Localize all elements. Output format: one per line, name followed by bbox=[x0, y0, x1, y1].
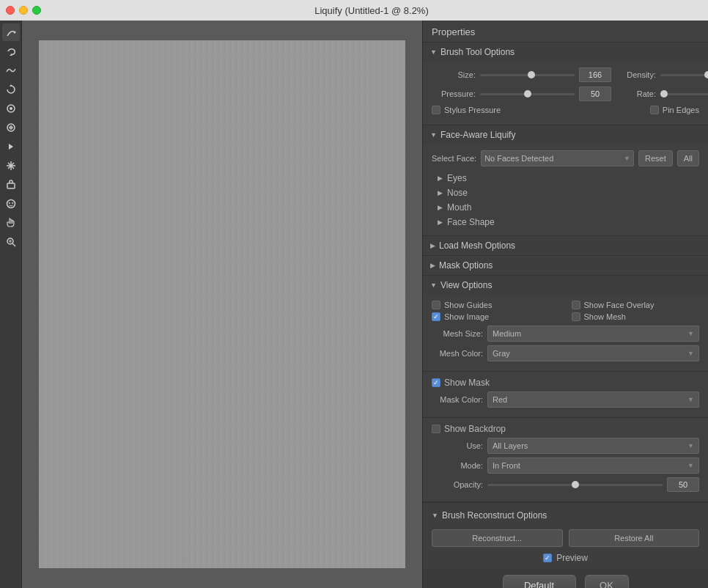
mask-color-dropdown[interactable]: Red ▼ bbox=[487, 392, 699, 408]
show-mesh-label: Show Mesh bbox=[584, 312, 626, 321]
face-shape-item[interactable]: ▶ Face Shape bbox=[432, 215, 699, 229]
show-mask-checkbox[interactable] bbox=[432, 378, 440, 387]
reset-button[interactable]: Reset bbox=[638, 150, 673, 166]
mesh-color-value: Gray bbox=[493, 349, 510, 358]
show-mask-body: Show Mask Mask Color: Red ▼ bbox=[423, 372, 708, 417]
bloat-tool[interactable] bbox=[2, 119, 20, 136]
view-options-header[interactable]: ▼ View Options bbox=[423, 276, 708, 295]
show-image-checkbox[interactable] bbox=[432, 312, 440, 321]
svg-point-16 bbox=[12, 202, 13, 204]
face-aware-header[interactable]: ▼ Face-Aware Liquify bbox=[423, 125, 708, 144]
pressure-slider[interactable] bbox=[480, 93, 575, 95]
size-input[interactable]: 166 bbox=[579, 67, 611, 82]
backdrop-use-row: Use: All Layers ▼ bbox=[432, 438, 699, 454]
backdrop-mode-row: Mode: In Front ▼ bbox=[432, 457, 699, 474]
panel-header: Properties bbox=[423, 21, 708, 43]
pressure-input[interactable]: 50 bbox=[579, 87, 611, 101]
canvas-area[interactable] bbox=[22, 21, 422, 588]
backdrop-mode-dropdown[interactable]: In Front ▼ bbox=[487, 457, 699, 474]
brush-tool-options-header[interactable]: ▼ Brush Tool Options bbox=[423, 43, 708, 62]
backdrop-opacity-label: Opacity: bbox=[432, 480, 483, 489]
view-checkboxes-grid: Show Guides Show Face Overlay Show Image… bbox=[432, 301, 699, 321]
right-panel: Properties ▼ Brush Tool Options Size: 16… bbox=[422, 21, 708, 588]
mesh-size-row: Mesh Size: Medium ▼ bbox=[432, 326, 699, 342]
nose-item[interactable]: ▶ Nose bbox=[432, 185, 699, 200]
rate-label: Rate: bbox=[616, 89, 656, 98]
face-aware-body: Select Face: No Faces Detected ▼ Reset A… bbox=[423, 144, 708, 235]
svg-point-14 bbox=[7, 200, 15, 208]
backdrop-opacity-row: Opacity: 50 bbox=[432, 477, 699, 492]
mask-color-value: Red bbox=[493, 395, 507, 404]
mask-options-chevron: ▶ bbox=[430, 262, 435, 269]
mesh-color-arrow: ▼ bbox=[687, 350, 694, 357]
show-guides-checkbox[interactable] bbox=[432, 301, 440, 309]
preview-label: Preview bbox=[556, 553, 588, 563]
zoom-tool[interactable] bbox=[2, 233, 20, 251]
size-slider[interactable] bbox=[480, 74, 575, 76]
show-mesh-checkbox[interactable] bbox=[572, 312, 580, 321]
brush-tool-options-label: Brush Tool Options bbox=[440, 47, 515, 57]
eyes-item[interactable]: ▶ Eyes bbox=[432, 171, 699, 185]
backdrop-opacity-input[interactable]: 50 bbox=[667, 477, 699, 492]
twirl-clockwise-tool[interactable] bbox=[2, 81, 20, 98]
face-tool[interactable] bbox=[2, 195, 20, 213]
backdrop-use-value: All Layers bbox=[493, 441, 528, 450]
mask-color-label: Mask Color: bbox=[432, 395, 483, 404]
backdrop-opacity-slider[interactable] bbox=[487, 484, 663, 486]
pressure-rate-row: Pressure: 50 Rate: 0 bbox=[432, 87, 699, 101]
pin-edges-checkbox[interactable] bbox=[650, 106, 659, 114]
close-button[interactable] bbox=[6, 6, 15, 15]
default-button[interactable]: Default bbox=[503, 575, 576, 588]
hand-tool[interactable] bbox=[2, 214, 20, 232]
canvas-texture bbox=[39, 40, 405, 568]
mouth-item[interactable]: ▶ Mouth bbox=[432, 200, 699, 215]
stylus-pressure-checkbox[interactable] bbox=[432, 106, 440, 114]
reconstruct-button[interactable]: Reconstruct... bbox=[432, 529, 563, 547]
mouth-label: Mouth bbox=[447, 202, 471, 213]
pin-edges-label: Pin Edges bbox=[663, 106, 699, 114]
ok-button[interactable]: OK bbox=[585, 575, 629, 588]
density-slider[interactable] bbox=[660, 74, 708, 76]
canvas-content bbox=[39, 40, 405, 568]
smooth-tool[interactable] bbox=[2, 62, 20, 79]
select-face-dropdown[interactable]: No Faces Detected ▼ bbox=[481, 150, 634, 166]
show-mask-section: Show Mask Mask Color: Red ▼ bbox=[423, 372, 708, 418]
show-face-overlay-row: Show Face Overlay bbox=[572, 301, 700, 309]
load-mesh-header[interactable]: ▶ Load Mesh Options bbox=[423, 236, 708, 256]
backdrop-use-dropdown[interactable]: All Layers ▼ bbox=[487, 438, 699, 454]
mesh-size-dropdown[interactable]: Medium ▼ bbox=[487, 326, 699, 342]
show-backdrop-checkbox[interactable] bbox=[432, 425, 440, 433]
thaw-mask-tool[interactable] bbox=[2, 176, 20, 194]
pressure-slider-container bbox=[480, 93, 575, 95]
brush-reconstruct-header[interactable]: ▼ Brush Reconstruct Options bbox=[432, 509, 699, 523]
show-face-overlay-checkbox[interactable] bbox=[572, 301, 580, 309]
forward-warp-tool[interactable] bbox=[2, 23, 20, 41]
show-face-overlay-label: Show Face Overlay bbox=[584, 301, 654, 309]
mesh-color-dropdown[interactable]: Gray ▼ bbox=[487, 345, 699, 361]
push-left-tool[interactable] bbox=[2, 138, 20, 155]
svg-point-15 bbox=[9, 202, 10, 204]
show-guides-row: Show Guides bbox=[432, 301, 560, 309]
mask-options-label: Mask Options bbox=[439, 260, 493, 271]
backdrop-mode-value: In Front bbox=[493, 461, 520, 470]
face-aware-section: ▼ Face-Aware Liquify Select Face: No Fac… bbox=[423, 125, 708, 236]
brush-reconstruct-section: ▼ Brush Reconstruct Options Reconstruct.… bbox=[423, 502, 708, 569]
view-options-label: View Options bbox=[440, 280, 492, 290]
stylus-pressure-label: Stylus Pressure bbox=[444, 106, 501, 114]
pucker-tool[interactable] bbox=[2, 100, 20, 117]
maximize-button[interactable] bbox=[32, 6, 41, 15]
minimize-button[interactable] bbox=[19, 6, 28, 15]
freeze-mask-tool[interactable] bbox=[2, 157, 20, 174]
rate-slider[interactable] bbox=[660, 93, 708, 95]
reconstruct-tool[interactable] bbox=[2, 43, 20, 60]
size-density-row: Size: 166 Density: 50 bbox=[432, 67, 699, 82]
all-button[interactable]: All bbox=[677, 150, 699, 166]
restore-all-button[interactable]: Restore All bbox=[569, 529, 700, 547]
reconstruct-buttons: Reconstruct... Restore All bbox=[432, 529, 699, 547]
preview-checkbox[interactable] bbox=[543, 554, 552, 562]
mask-options-header[interactable]: ▶ Mask Options bbox=[423, 256, 708, 276]
title-bar: Liquify (Untitled-1 @ 8.2%) bbox=[0, 0, 708, 21]
load-mesh-label: Load Mesh Options bbox=[439, 240, 515, 251]
eyes-chevron: ▶ bbox=[438, 174, 443, 182]
preview-row: Preview bbox=[432, 553, 699, 563]
